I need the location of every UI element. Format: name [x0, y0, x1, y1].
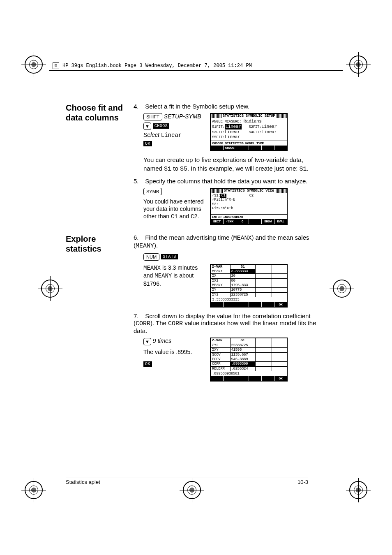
choos-softkey: CHOOS — [153, 123, 170, 129]
step7-value: The value is .8995. — [143, 349, 205, 355]
step-number: 7. — [134, 312, 143, 319]
ok-softkey: OK — [143, 361, 152, 367]
screen-symbolic-view: STATISTICS SYMBOLIC VIEW ✓S1:C1 C2 ✓Fit1… — [210, 188, 288, 225]
crop-mark — [349, 481, 367, 499]
step-6: 6. Find the mean advertising time (MEANX… — [134, 234, 321, 308]
repeat-label: 9 times — [153, 338, 171, 344]
stats-softkey: STATS — [161, 254, 178, 259]
setup-symb-label: SETUP-SYMB — [164, 113, 201, 120]
screen-stats-2: 2-VARS1 ΣY222338725 ΣXY41595 SCOV1135.66… — [210, 338, 288, 382]
step-number: 5. — [134, 178, 143, 185]
crop-mark — [25, 56, 43, 74]
num-key: NUM — [143, 253, 159, 261]
book-icon: ▤ — [53, 62, 59, 69]
shift-key: SHIFT — [143, 113, 162, 120]
step-4: 4. Select a fit in the Symbolic setup vi… — [134, 103, 321, 173]
symb-key: SYMB — [143, 188, 162, 195]
crop-mark — [41, 280, 59, 298]
ok-softkey: OK — [143, 141, 152, 146]
step4-after: You can create up to five explorations o… — [143, 156, 321, 173]
screen-stats-1: 2-VARS1 MEANX3.333333 ΣX20 ΣX280 MEANY17… — [210, 264, 288, 308]
step-text: Select a fit in the Symbolic setup view. — [145, 103, 249, 110]
footer-left: Statistics aplet — [66, 479, 100, 485]
crop-mark — [333, 280, 351, 298]
crop-mark — [349, 56, 367, 74]
section-heading-explore: Explore statistics — [66, 234, 134, 387]
step-7: 7. Scroll down to display the value for … — [134, 312, 321, 382]
step-text: Specify the columns that hold the data y… — [145, 178, 307, 185]
select-value: Linear — [161, 132, 182, 139]
page-header: ▤ HP 39gs English.book Page 3 Wednesday,… — [49, 61, 343, 71]
screen-symbolic-setup: STATISTICS SYMBOLIC SETUP ANGLE MEASURE:… — [210, 113, 288, 151]
step-5: 5. Specify the columns that hold the dat… — [134, 178, 321, 225]
cursor-down-key: ▼ — [143, 123, 151, 130]
header-text: HP 39gs English.book Page 3 Wednesday, D… — [62, 63, 252, 69]
section-heading-fit: Choose fit and data columns — [66, 103, 134, 230]
page-footer: Statistics aplet 10-3 — [66, 477, 308, 485]
footer-right: 10-3 — [297, 479, 308, 485]
select-label: Select — [143, 132, 159, 138]
cursor-down-key: ▼ — [143, 338, 151, 345]
step-number: 4. — [134, 103, 143, 110]
crop-mark — [25, 481, 43, 499]
step-number: 6. — [134, 234, 143, 241]
